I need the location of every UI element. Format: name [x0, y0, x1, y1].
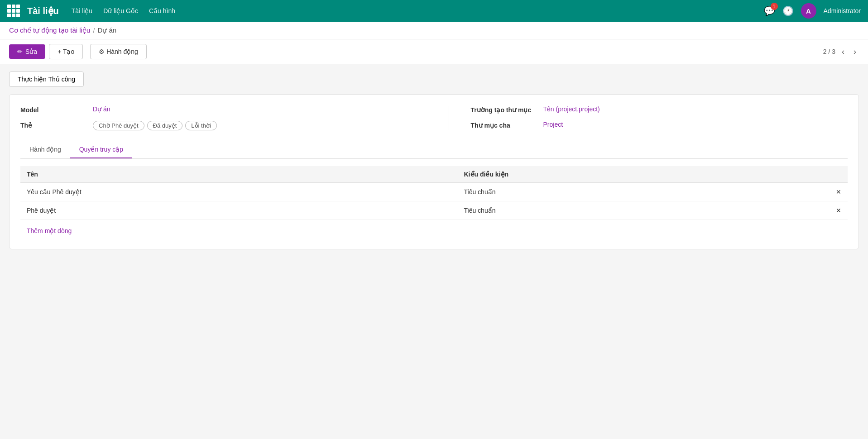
actions-table: Tên Kiểu điều kiện Yêu cầu Phê duyệt Tiê…: [20, 166, 848, 220]
pagination-next[interactable]: ›: [851, 46, 859, 57]
create-button[interactable]: + Tạo: [49, 44, 83, 59]
table-row: Phê duyệt Tiêu chuẩn ✕: [20, 201, 848, 220]
app-grid-menu[interactable]: Tài liệu: [7, 5, 72, 17]
clock-icon[interactable]: 🕐: [782, 5, 794, 16]
nav-tai-lieu[interactable]: Tài liệu: [72, 5, 92, 16]
tag-1[interactable]: Đã duyệt: [147, 121, 183, 130]
folder-field-value[interactable]: Tên (project.project): [543, 105, 600, 113]
topnav-menu: Tài liệu Dữ liệu Gốc Cấu hình: [72, 5, 175, 16]
form-fields: Model Dự án Thẻ Chờ Phê duyệt Đã duyệt L…: [20, 105, 848, 130]
pagination-prev[interactable]: ‹: [839, 46, 847, 57]
nav-du-lieu-goc[interactable]: Dữ liệu Gốc: [103, 5, 138, 16]
model-value[interactable]: Dự án: [93, 105, 110, 113]
manual-execute-button[interactable]: Thực hiện Thủ công: [9, 72, 84, 87]
folder-field-label: Trường tạo thư mục: [471, 105, 543, 114]
folder-field-row: Trường tạo thư mục Tên (project.project): [471, 105, 848, 114]
tab-hanh-dong[interactable]: Hành động: [20, 141, 70, 158]
table-row: Yêu cầu Phê duyệt Tiêu chuẩn ✕: [20, 183, 848, 201]
nav-cau-hinh[interactable]: Cấu hình: [149, 5, 175, 16]
cell-name: Yêu cầu Phê duyệt: [20, 183, 458, 201]
breadcrumb-separator: /: [93, 27, 95, 34]
parent-folder-row: Thư mục cha Project: [471, 121, 848, 129]
pagination-text: 2 / 3: [823, 48, 835, 55]
tab-quyen-truy-cap-label: Quyền truy cập: [79, 146, 123, 153]
topnav: Tài liệu Tài liệu Dữ liệu Gốc Cấu hình 💬…: [0, 0, 868, 22]
tags-row: Thẻ Chờ Phê duyệt Đã duyệt Lỗi thời: [20, 121, 434, 130]
notification-count: 1: [771, 3, 778, 10]
action-button[interactable]: ⚙ Hành động: [90, 44, 147, 59]
tags-label: Thẻ: [20, 121, 93, 129]
col-action-header: [830, 166, 848, 183]
col-condition-header: Kiểu điều kiện: [458, 166, 830, 183]
breadcrumb-parent[interactable]: Cơ chế tự động tạo tài liệu: [9, 26, 90, 34]
tag-2[interactable]: Lỗi thời: [185, 121, 216, 130]
model-row: Model Dự án: [20, 105, 434, 114]
grid-icon[interactable]: [7, 5, 20, 17]
cell-delete: ✕: [830, 183, 848, 201]
username-label[interactable]: Administrator: [824, 7, 861, 14]
col-name-header: Tên: [20, 166, 458, 183]
form-section-right: Trường tạo thư mục Tên (project.project)…: [464, 105, 848, 130]
breadcrumb: Cơ chế tự động tạo tài liệu / Dự án: [0, 22, 868, 39]
cell-condition: Tiêu chuẩn: [458, 201, 830, 220]
create-label: + Tạo: [58, 48, 74, 55]
table-body: Yêu cầu Phê duyệt Tiêu chuẩn ✕ Phê duyệt…: [20, 183, 848, 220]
avatar[interactable]: A: [801, 3, 816, 19]
table-header: Tên Kiểu điều kiện: [20, 166, 848, 183]
breadcrumb-current: Dự án: [97, 26, 116, 34]
pagination: 2 / 3 ‹ ›: [823, 46, 859, 57]
delete-row-button[interactable]: ✕: [836, 207, 841, 214]
add-row-link[interactable]: Thêm một dòng: [20, 224, 78, 238]
action-label: ⚙ Hành động: [99, 48, 138, 55]
form-divider: [449, 105, 449, 130]
edit-button[interactable]: ✏ Sửa: [9, 44, 45, 59]
app-title: Tài liệu: [27, 5, 59, 16]
tag-0[interactable]: Chờ Phê duyệt: [93, 121, 144, 130]
form-card: Model Dự án Thẻ Chờ Phê duyệt Đã duyệt L…: [9, 94, 859, 249]
cell-delete: ✕: [830, 201, 848, 220]
notification-bell[interactable]: 💬 1: [764, 5, 775, 16]
topnav-right: 💬 1 🕐 A Administrator: [764, 3, 861, 19]
edit-icon: ✏: [17, 48, 23, 55]
manual-execute-label: Thực hiện Thủ công: [18, 76, 75, 83]
main-content: Thực hiện Thủ công Model Dự án Thẻ Chờ P…: [0, 64, 868, 257]
tab-quyen-truy-cap[interactable]: Quyền truy cập: [70, 141, 132, 158]
delete-row-button[interactable]: ✕: [836, 188, 841, 196]
model-label: Model: [20, 105, 93, 114]
edit-label: Sửa: [25, 48, 37, 55]
add-row-label: Thêm một dòng: [27, 227, 72, 234]
cell-name: Phê duyệt: [20, 201, 458, 220]
parent-folder-value[interactable]: Project: [543, 121, 563, 128]
form-section-left: Model Dự án Thẻ Chờ Phê duyệt Đã duyệt L…: [20, 105, 434, 130]
tabs: Hành động Quyền truy cập: [20, 141, 848, 159]
tab-hanh-dong-label: Hành động: [29, 146, 61, 153]
parent-folder-label: Thư mục cha: [471, 121, 543, 129]
cell-condition: Tiêu chuẩn: [458, 183, 830, 201]
tags-container: Chờ Phê duyệt Đã duyệt Lỗi thời: [93, 121, 217, 130]
toolbar: ✏ Sửa + Tạo ⚙ Hành động 2 / 3 ‹ ›: [0, 39, 868, 64]
